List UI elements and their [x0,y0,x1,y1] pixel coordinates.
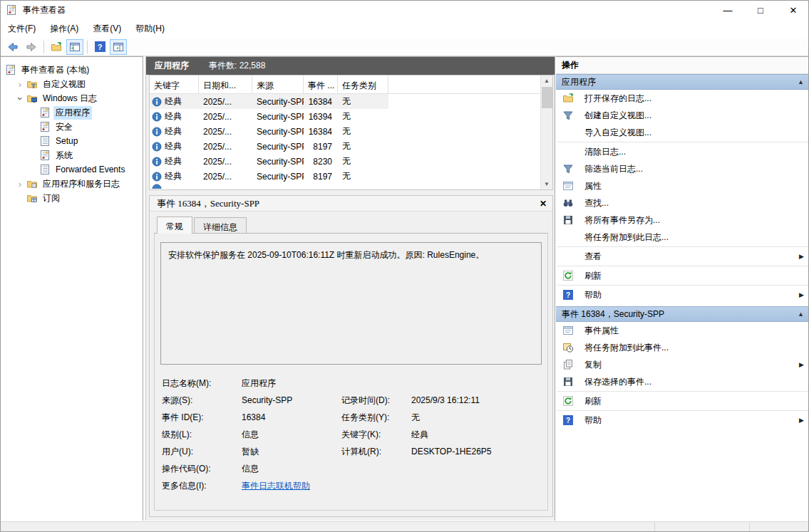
column-task-category[interactable]: 任务类别 [338,75,388,94]
tree-item-application[interactable]: 应用程序 [1,105,143,120]
column-date[interactable]: 日期和... [199,75,252,94]
event-count: 事件数: 22,588 [209,60,265,72]
event-fields: 日志名称(M): 应用程序 来源(S): Security-SPP 记录时间(D… [162,375,543,494]
open-saved-log-icon [51,41,62,53]
column-keywords[interactable]: 关键字 [150,75,199,94]
event-log-icon [39,107,51,118]
tree-item-forwarded-events[interactable]: Forwarded Events [1,162,143,177]
information-icon [152,112,162,122]
close-button[interactable]: ✕ [777,1,809,19]
maximize-button[interactable]: □ [744,1,777,19]
close-preview-button[interactable]: ✕ [540,199,547,209]
action-save-selected-events[interactable]: 保存选择的事件... [556,373,809,390]
event-row[interactable]: 经典 2025/... Security-SPP 8230 无 [150,154,388,169]
event-row[interactable]: 经典 2025/... Security-SPP 16384 无 [150,94,388,109]
action-create-custom-view[interactable]: 创建自定义视图... [556,107,809,124]
actions-section-event[interactable]: 事件 16384，Security-SPP ▲ [556,306,809,322]
logged-value: 2025/9/3 16:12:11 [411,395,480,405]
event-row[interactable]: 经典 2025/... Security-SPP 8197 无 [150,139,388,154]
separator [557,246,808,247]
submenu-arrow-icon: ▶ [799,417,804,424]
action-help[interactable]: ? 帮助 ▶ [556,286,809,303]
minimize-button[interactable]: — [711,1,744,19]
tree-item-subscriptions[interactable]: 订阅 [1,191,143,205]
information-icon [152,172,162,182]
column-event-id[interactable]: 事件 ... [304,75,338,94]
submenu-arrow-icon: ▶ [799,291,804,298]
maximize-icon: □ [758,5,763,16]
event-viewer-icon [5,64,16,75]
collapse-icon[interactable]: ▲ [798,311,804,318]
tree-item-apps-services-logs[interactable]: › 应用程序和服务日志 [1,177,143,191]
action-help-event[interactable]: ? 帮助 ▶ [556,412,809,429]
tree-item-windows-logs[interactable]: › Windows 日志 [1,91,143,105]
minimize-icon: — [723,5,733,16]
tree-item-system[interactable]: 系统 [1,148,143,162]
back-button[interactable] [4,39,21,55]
action-filter-current-log[interactable]: 筛选当前日志... [556,160,809,177]
show-action-pane-button[interactable] [110,39,127,55]
separator [557,285,808,286]
help-button[interactable]: ? [91,39,108,55]
refresh-icon [562,395,574,407]
chevron-right-icon[interactable]: › [15,179,25,189]
action-event-properties[interactable]: 事件属性 [556,322,809,339]
action-open-saved-log[interactable]: 打开保存的日志... [556,90,809,107]
tree-item-security[interactable]: 安全 [1,120,143,134]
action-refresh-event[interactable]: 刷新 [556,392,809,410]
open-saved-log-button[interactable] [48,39,65,55]
tab-general[interactable]: 常规 [157,217,192,234]
forward-button[interactable] [23,39,40,55]
action-view[interactable]: 查看 ▶ [556,248,809,265]
event-row-partial[interactable] [150,184,388,189]
app-icon [6,4,17,16]
list-scrollbar[interactable]: ▲ ▼ [540,75,552,189]
chevron-right-icon[interactable]: › [15,79,25,90]
action-save-all-events-as[interactable]: 将所有事件另存为... [556,212,809,229]
collapse-icon[interactable]: ▲ [798,78,804,85]
column-source[interactable]: 来源 [252,75,304,94]
scrollbar-thumb[interactable] [542,87,552,108]
log-title: 应用程序 [155,60,189,72]
separator [557,410,808,411]
window-title: 事件查看器 [23,4,66,16]
keywords-value: 经典 [411,429,428,441]
event-row[interactable]: 经典 2025/... Security-SPP 8197 无 [150,169,388,184]
close-icon: ✕ [790,5,798,16]
source-value: Security-SPP [242,395,336,405]
statusbar-separator [749,523,750,532]
custom-views-folder-icon [26,78,38,90]
show-action-pane-icon [113,41,124,53]
event-row[interactable]: 经典 2025/... Security-SPP 16384 无 [150,124,388,139]
menu-help[interactable]: 帮助(H) [128,20,172,38]
action-find[interactable]: 查找... [556,194,809,212]
separator [557,266,808,266]
scroll-up-icon[interactable]: ▲ [541,75,552,86]
actions-title: 操作 [556,57,809,74]
tree-item-custom-views[interactable]: › 自定义视图 [1,77,143,91]
information-icon [152,157,162,167]
menu-action[interactable]: 操作(A) [43,20,86,38]
action-attach-task-to-event[interactable]: 将任务附加到此事件... [556,339,809,356]
action-clear-log[interactable]: 清除日志... [556,143,809,160]
save-icon [562,376,574,387]
actions-section-application[interactable]: 应用程序 ▲ [556,74,809,90]
scroll-down-icon[interactable]: ▼ [541,179,552,189]
tree-item-root[interactable]: 事件查看器 (本地) [1,63,143,77]
menu-view[interactable]: 查看(V) [86,20,128,38]
chevron-down-icon[interactable]: › [15,93,26,103]
event-log-online-help-link[interactable]: 事件日志联机帮助 [242,480,336,492]
action-import-custom-view[interactable]: 导入自定义视图... [556,124,809,141]
column-headers: 关键字 日期和... 来源 事件 ... 任务类别 [150,75,552,94]
tree-item-setup[interactable]: Setup [1,134,143,148]
show-console-tree-button[interactable] [66,39,83,55]
action-properties[interactable]: 属性 [556,177,809,194]
menu-file[interactable]: 文件(F) [1,20,43,38]
information-icon [152,184,162,189]
action-copy[interactable]: 复制 ▶ [556,356,809,373]
action-refresh[interactable]: 刷新 [556,267,809,284]
event-message[interactable]: 安排软件保护服务在 2025-09-10T06:16:11Z 时重新启动成功。原… [160,242,542,365]
event-row[interactable]: 经典 2025/... Security-SPP 16394 无 [150,109,388,124]
preview-header: 事件 16384，Security-SPP ✕ [150,196,552,212]
action-attach-task-to-log[interactable]: 将任务附加到此日志... [556,229,809,246]
